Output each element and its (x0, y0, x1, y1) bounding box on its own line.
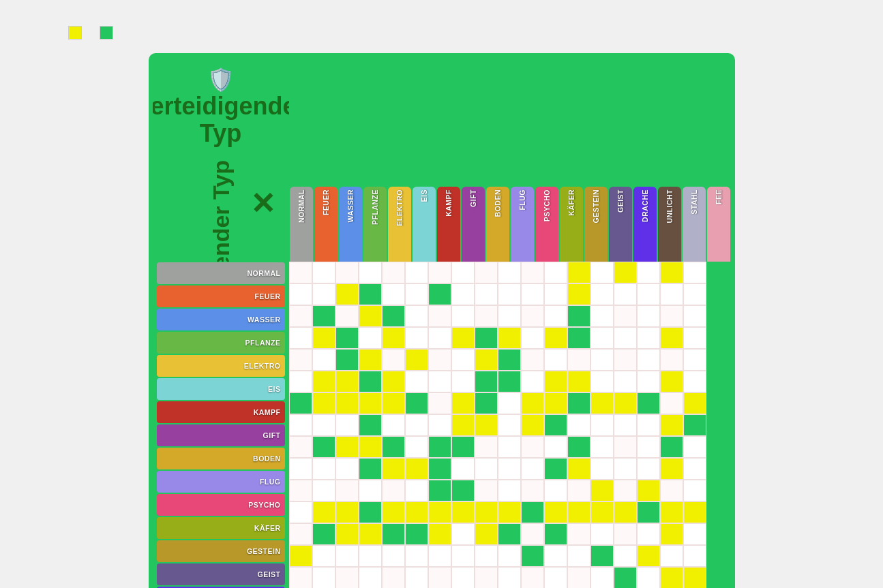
cell-4-2 (335, 349, 359, 371)
grid-row-1 (289, 283, 706, 305)
cell-3-10 (521, 327, 544, 349)
cell-6-11 (544, 392, 567, 414)
cell-13-1 (312, 545, 335, 567)
legend-double (100, 26, 117, 40)
cell-6-13 (590, 392, 614, 414)
cell-4-16 (660, 349, 683, 371)
row-header-feuer: FEUER (157, 285, 285, 307)
cell-11-15 (637, 501, 660, 523)
cell-10-5 (405, 480, 428, 501)
cell-1-14 (614, 283, 637, 305)
cell-9-15 (637, 458, 660, 480)
cell-7-11 (544, 414, 567, 436)
cell-3-16 (660, 327, 683, 349)
col-header-fee: FEE (707, 187, 730, 262)
cell-14-2 (335, 567, 359, 588)
cell-3-17 (683, 327, 706, 349)
cell-9-11 (544, 458, 567, 480)
cell-10-16 (660, 480, 683, 501)
cell-6-5 (405, 392, 428, 414)
cell-0-7 (451, 262, 475, 283)
cell-10-3 (359, 480, 382, 501)
cell-13-17 (683, 545, 706, 567)
cell-14-13 (590, 567, 614, 588)
cell-13-4 (382, 545, 405, 567)
cell-1-8 (475, 283, 498, 305)
col-header-normal: NORMAL (290, 187, 313, 262)
cell-2-7 (451, 305, 475, 327)
cell-3-2 (335, 327, 359, 349)
cell-6-7 (451, 392, 475, 414)
cell-9-12 (567, 458, 590, 480)
cell-6-8 (475, 392, 498, 414)
col-header-elektro: ELEKTRO (388, 187, 411, 262)
cell-4-14 (614, 349, 637, 371)
row-header-boden: BODEN (157, 448, 285, 469)
cell-3-1 (312, 327, 335, 349)
cell-2-3 (359, 305, 382, 327)
cell-12-7 (451, 523, 475, 545)
cell-10-12 (567, 480, 590, 501)
cell-7-17 (683, 414, 706, 436)
cell-4-6 (428, 349, 451, 371)
cell-9-2 (335, 458, 359, 480)
defending-header: 🛡️ VerteidigenderTyp (153, 67, 289, 146)
cell-11-1 (312, 501, 335, 523)
cell-3-7 (451, 327, 475, 349)
header-left (68, 20, 117, 40)
cell-8-1 (312, 436, 335, 458)
matrix-body: NORMALFEUERWASSERPFLANZEELEKTROEISKAMPFG… (153, 262, 731, 588)
cell-10-0 (289, 480, 312, 501)
cell-5-10 (521, 371, 544, 392)
cell-12-14 (614, 523, 637, 545)
cell-8-3 (359, 436, 382, 458)
cell-8-4 (382, 436, 405, 458)
cell-8-13 (590, 436, 614, 458)
cell-14-4 (382, 567, 405, 588)
cell-2-2 (335, 305, 359, 327)
col-header-flug: FLUG (511, 187, 534, 262)
cell-0-8 (475, 262, 498, 283)
cell-14-15 (637, 567, 660, 588)
cell-1-5 (405, 283, 428, 305)
cell-4-10 (521, 349, 544, 371)
cell-10-15 (637, 480, 660, 501)
cell-13-15 (637, 545, 660, 567)
cell-12-5 (405, 523, 428, 545)
cell-12-6 (428, 523, 451, 545)
cell-14-10 (521, 567, 544, 588)
col-header-drache: DRACHE (633, 187, 657, 262)
row-header-flug: FLUG (157, 471, 285, 493)
grid-row-13 (289, 545, 706, 567)
cell-2-16 (660, 305, 683, 327)
cell-0-4 (382, 262, 405, 283)
cell-7-5 (405, 414, 428, 436)
cell-9-14 (614, 458, 637, 480)
cell-5-6 (428, 371, 451, 392)
legend-green-box (100, 26, 113, 40)
cell-10-1 (312, 480, 335, 501)
cell-12-0 (289, 523, 312, 545)
cell-11-6 (428, 501, 451, 523)
cell-4-9 (498, 349, 521, 371)
cell-5-15 (637, 371, 660, 392)
page-container: 🛡️ VerteidigenderTyp ✕ Angreifender Typ … (0, 0, 883, 588)
cell-13-10 (521, 545, 544, 567)
cell-11-4 (382, 501, 405, 523)
cell-4-3 (359, 349, 382, 371)
cell-13-14 (614, 545, 637, 567)
cell-2-5 (405, 305, 428, 327)
cell-2-4 (382, 305, 405, 327)
grid-row-0 (289, 262, 706, 283)
cell-8-10 (521, 436, 544, 458)
cell-5-2 (335, 371, 359, 392)
cell-12-2 (335, 523, 359, 545)
cell-2-8 (475, 305, 498, 327)
cell-1-15 (637, 283, 660, 305)
cell-3-12 (567, 327, 590, 349)
cell-0-2 (335, 262, 359, 283)
cell-9-0 (289, 458, 312, 480)
cell-6-0 (289, 392, 312, 414)
cell-13-3 (359, 545, 382, 567)
cell-3-14 (614, 327, 637, 349)
